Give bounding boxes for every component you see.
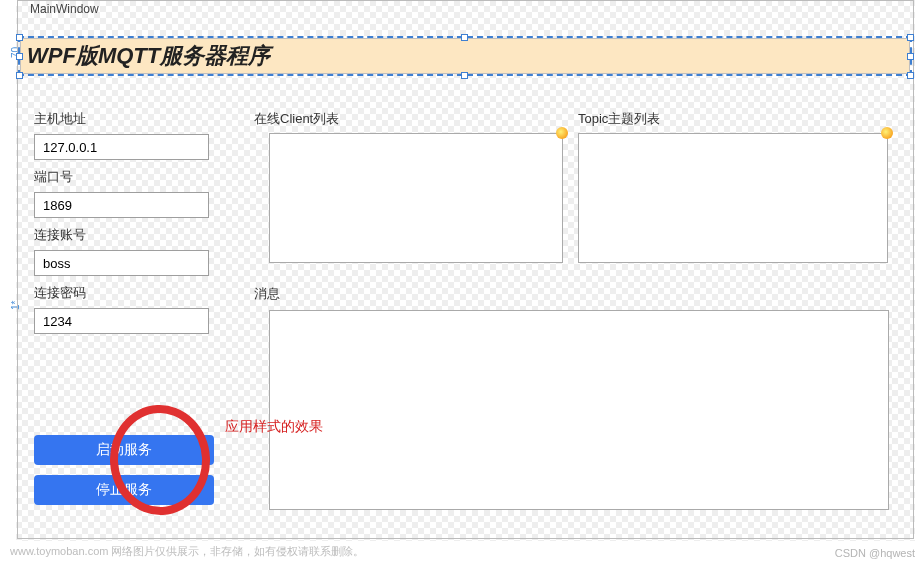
input-port[interactable]	[34, 192, 209, 218]
start-service-button[interactable]: 启动服务	[34, 435, 214, 465]
field-host: 主机地址	[34, 110, 219, 160]
selection-handle[interactable]	[461, 72, 468, 79]
label-messages: 消息	[254, 285, 280, 303]
selection-handle[interactable]	[907, 34, 914, 41]
label-clients: 在线Client列表	[254, 110, 339, 128]
button-area: 启动服务 停止服务	[34, 435, 214, 515]
selection-handle[interactable]	[907, 72, 914, 79]
app-title-bar[interactable]: WPF版MQTT服务器程序	[20, 38, 910, 74]
bulb-icon	[556, 127, 568, 139]
main-window: WPF版MQTT服务器程序 主机地址 端口号 连接账号 连接密码 启动服务 停止…	[20, 10, 910, 536]
input-password[interactable]	[34, 308, 209, 334]
input-account[interactable]	[34, 250, 209, 276]
selection-handle[interactable]	[461, 34, 468, 41]
selection-handle[interactable]	[907, 53, 914, 60]
selection-handle[interactable]	[16, 72, 23, 79]
field-password: 连接密码	[34, 284, 219, 334]
bulb-icon	[881, 127, 893, 139]
field-port: 端口号	[34, 168, 219, 218]
listbox-topics[interactable]	[578, 133, 888, 263]
label-password: 连接密码	[34, 284, 219, 302]
label-account: 连接账号	[34, 226, 219, 244]
label-host: 主机地址	[34, 110, 219, 128]
credit-text: CSDN @hqwest	[835, 547, 915, 559]
annotation-text: 应用样式的效果	[225, 418, 323, 436]
watermark-text: www.toymoban.com 网络图片仅供展示，非存储，如有侵权请联系删除。	[10, 544, 364, 559]
app-title-text: WPF版MQTT服务器程序	[27, 41, 270, 71]
label-port: 端口号	[34, 168, 219, 186]
config-form: 主机地址 端口号 连接账号 连接密码	[34, 110, 219, 342]
field-account: 连接账号	[34, 226, 219, 276]
stop-service-button[interactable]: 停止服务	[34, 475, 214, 505]
selection-handle[interactable]	[16, 34, 23, 41]
listbox-clients[interactable]	[269, 133, 563, 263]
designer-window-title: MainWindow	[30, 2, 99, 16]
input-host[interactable]	[34, 134, 209, 160]
selection-handle[interactable]	[16, 53, 23, 60]
messages-box[interactable]	[269, 310, 889, 510]
ruler-vertical: 70 1*	[0, 0, 16, 541]
label-topics: Topic主题列表	[578, 110, 660, 128]
